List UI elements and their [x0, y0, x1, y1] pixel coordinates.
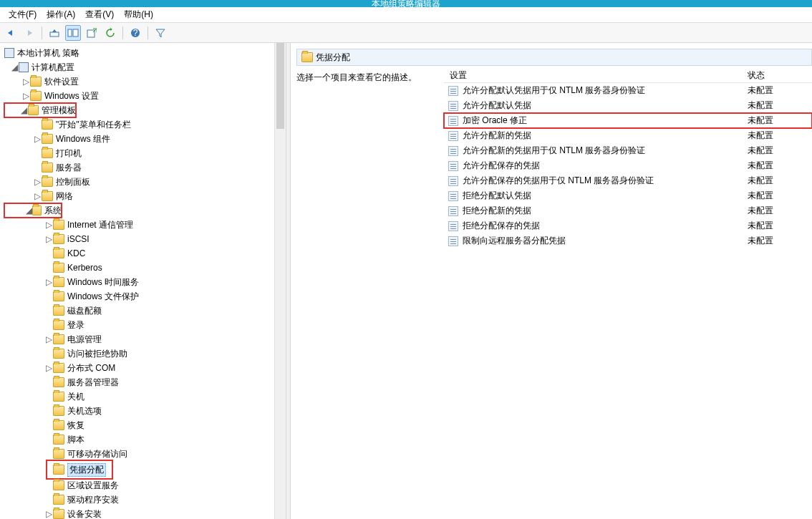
col-state[interactable]: 状态 — [748, 69, 812, 82]
tree-kdc[interactable]: KDC — [4, 246, 286, 261]
tree-shutdown[interactable]: 关机 — [4, 389, 286, 404]
expand-icon[interactable]: ▷ — [44, 363, 53, 373]
tree-computer-config[interactable]: ◢计算机配置 — [4, 60, 286, 74]
policy-row[interactable]: 允许分配新的凭据用于仅 NTLM 服务器身份验证未配置 — [444, 143, 812, 158]
tree-shutdown-opt[interactable]: 关机选项 — [4, 404, 286, 418]
tree-recovery[interactable]: 恢复 — [4, 418, 286, 432]
menu-action[interactable]: 操作(A) — [42, 7, 79, 22]
tree-win-components[interactable]: ▷Windows 组件 — [4, 132, 286, 146]
policy-icon — [448, 86, 458, 96]
menu-file[interactable]: 文件(F) — [4, 7, 41, 22]
forward-button[interactable] — [21, 25, 37, 41]
tree-logon[interactable]: 登录 — [4, 318, 286, 332]
policy-row[interactable]: 允许分配默认凭据未配置 — [444, 98, 812, 113]
expand-icon[interactable]: ▷ — [33, 134, 42, 144]
refresh-button[interactable] — [102, 25, 118, 41]
policy-row[interactable]: 拒绝分配保存的凭据未配置 — [444, 218, 812, 233]
expand-icon[interactable]: ▷ — [33, 177, 42, 187]
tree-disk-quota[interactable]: 磁盘配额 — [4, 304, 286, 318]
tree-server[interactable]: 服务器 — [4, 160, 286, 175]
tree-printers[interactable]: 打印机 — [4, 146, 286, 160]
policy-name: 允许分配默认凭据用于仅 NTLM 服务器身份验证 — [463, 84, 645, 97]
tree-server-mgr[interactable]: 服务器管理器 — [4, 375, 286, 389]
help-button[interactable]: ? — [127, 25, 143, 41]
collapse-icon[interactable]: ◢ — [26, 205, 32, 215]
svg-rect-0 — [50, 32, 59, 37]
policy-row[interactable]: 限制向远程服务器分配凭据未配置 — [444, 233, 812, 248]
tree-cred-deleg[interactable]: 凭据分配 — [47, 461, 112, 478]
back-button[interactable] — [3, 25, 19, 41]
scrollbar-thumb[interactable] — [276, 43, 284, 129]
tree-software[interactable]: ▷软件设置 — [4, 74, 286, 89]
tree-scrollbar[interactable] — [274, 43, 286, 519]
tree-win-file-protect[interactable]: Windows 文件保护 — [4, 289, 286, 304]
details-pane: 凭据分配 选择一个项目来查看它的描述。 设置 状态 允许分配默认凭据用于仅 NT… — [291, 43, 812, 519]
tree-driver-install[interactable]: 驱动程序安装 — [4, 493, 286, 507]
computer-icon — [19, 62, 29, 72]
svg-rect-1 — [68, 29, 72, 37]
svg-text:?: ? — [133, 28, 138, 38]
tree-access-denied[interactable]: 访问被拒绝协助 — [4, 346, 286, 361]
policy-row[interactable]: 拒绝分配新的凭据未配置 — [444, 203, 812, 218]
tree-system[interactable]: ◢系统 — [4, 203, 62, 218]
expand-icon[interactable]: ▷ — [21, 91, 30, 101]
tree-admin-templates[interactable]: ◢管理模板 — [4, 103, 76, 117]
expand-icon[interactable]: ▷ — [44, 509, 53, 519]
policy-state: 未配置 — [748, 100, 812, 112]
tree-dcom[interactable]: ▷分布式 COM — [4, 361, 286, 375]
policy-state: 未配置 — [748, 175, 812, 187]
expand-icon[interactable]: ▷ — [21, 77, 30, 87]
policy-name: 拒绝分配默认凭据 — [463, 190, 531, 202]
tree-windows-settings[interactable]: ▷Windows 设置 — [4, 89, 286, 103]
policy-icon — [448, 191, 458, 201]
up-button[interactable] — [47, 25, 62, 41]
tree-scripts[interactable]: 脚本 — [4, 432, 286, 447]
expand-icon[interactable]: ▷ — [44, 334, 53, 344]
tree-pane: 本地计算机 策略 ◢计算机配置 ▷软件设置 ▷Windows 设置 ◢管理模板 … — [0, 43, 286, 519]
svg-rect-3 — [87, 30, 95, 37]
export-button[interactable] — [84, 25, 100, 41]
policy-name: 允许分配新的凭据 — [463, 130, 531, 142]
folder-icon — [53, 480, 64, 490]
folder-icon — [42, 120, 53, 130]
policy-row[interactable]: 拒绝分配默认凭据未配置 — [444, 188, 812, 203]
tree-kerberos[interactable]: Kerberos — [4, 261, 286, 275]
tree-start-menu[interactable]: "开始"菜单和任务栏 — [4, 117, 286, 132]
policy-row[interactable]: 加密 Oracle 修正未配置 — [444, 113, 812, 128]
tree-win-time[interactable]: ▷Windows 时间服务 — [4, 275, 286, 289]
policy-state: 未配置 — [748, 190, 812, 202]
expand-icon[interactable]: ▷ — [44, 234, 53, 244]
tree-iscsi[interactable]: ▷iSCSI — [4, 232, 286, 246]
show-hide-tree-button[interactable] — [65, 25, 81, 41]
expand-icon[interactable]: ▷ — [33, 191, 42, 201]
expand-icon[interactable]: ▷ — [44, 220, 53, 230]
policy-row[interactable]: 允许分配默认凭据用于仅 NTLM 服务器身份验证未配置 — [444, 83, 812, 98]
folder-icon — [53, 465, 64, 475]
folder-icon — [53, 406, 64, 416]
policy-row[interactable]: 允许分配保存的凭据用于仅 NTLM 服务器身份验证未配置 — [444, 173, 812, 188]
tree-power[interactable]: ▷电源管理 — [4, 332, 286, 346]
window-title: 本地组策略编辑器 — [372, 0, 440, 7]
col-setting[interactable]: 设置 — [444, 69, 748, 82]
tree-network[interactable]: ▷网络 — [4, 189, 286, 203]
tree-regional[interactable]: 区域设置服务 — [4, 478, 286, 493]
folder-icon — [53, 306, 64, 316]
tree-device-install[interactable]: ▷设备安装 — [4, 507, 286, 519]
policy-state: 未配置 — [748, 160, 812, 172]
tree-control-panel[interactable]: ▷控制面板 — [4, 175, 286, 189]
policy-row[interactable]: 允许分配保存的凭据未配置 — [444, 158, 812, 173]
tree-removable[interactable]: 可移动存储访问 — [4, 447, 286, 461]
expand-icon[interactable]: ▷ — [44, 277, 53, 287]
policy-row[interactable]: 允许分配新的凭据未配置 — [444, 128, 812, 143]
policy-state: 未配置 — [748, 145, 812, 157]
tree-internet-comm[interactable]: ▷Internet 通信管理 — [4, 218, 286, 232]
menu-help[interactable]: 帮助(H) — [120, 7, 158, 22]
policy-name: 加密 Oracle 修正 — [463, 115, 527, 127]
collapse-icon[interactable]: ◢ — [10, 62, 19, 72]
folder-icon — [32, 205, 42, 215]
tree-root[interactable]: 本地计算机 策略 — [4, 46, 286, 60]
policy-name: 允许分配保存的凭据 — [463, 160, 540, 172]
collapse-icon[interactable]: ◢ — [20, 105, 28, 115]
menu-view[interactable]: 查看(V) — [81, 7, 118, 22]
filter-button[interactable] — [153, 25, 168, 41]
